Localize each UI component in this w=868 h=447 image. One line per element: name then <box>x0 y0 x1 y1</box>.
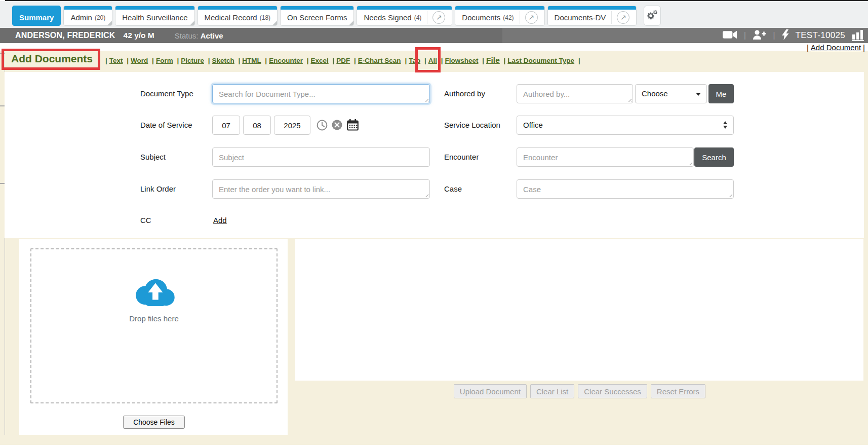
tab-count: (20) <box>95 14 105 21</box>
service-location-label: Service Location <box>444 116 500 135</box>
case-label: Case <box>444 179 462 199</box>
cc-label: CC <box>140 214 151 227</box>
link-sketch[interactable]: Sketch <box>212 57 234 64</box>
left-tick <box>0 183 5 184</box>
tab-count: (18) <box>260 14 270 21</box>
case-input[interactable] <box>517 179 734 199</box>
link-order-input[interactable] <box>212 179 430 199</box>
date-of-service-label: Date of Service <box>140 116 192 135</box>
date-year-input[interactable] <box>274 116 310 135</box>
upload-card: Drop files here Choose Files <box>19 239 288 435</box>
document-type-links: |Text |Word |Form |Picture |Sketch |HTML… <box>103 56 582 65</box>
tab-needs-signed[interactable]: Needs Signed (4) ↗ <box>357 6 452 26</box>
tab-label: Summary <box>19 13 54 22</box>
link-html[interactable]: HTML <box>242 57 261 64</box>
tab-label: On Screen Forms <box>287 13 347 22</box>
clear-list-button[interactable]: Clear List <box>530 384 574 398</box>
separator: | <box>773 30 775 41</box>
date-day-input[interactable] <box>243 116 271 135</box>
choose-select[interactable]: Choose <box>635 84 707 103</box>
up-down-arrows-icon <box>723 121 727 129</box>
tab-label: Documents <box>462 13 500 22</box>
document-type-input[interactable] <box>212 84 430 103</box>
link-last-document-type[interactable]: Last Document Type <box>507 57 574 64</box>
tab-medical-record[interactable]: Medical Record (18) <box>198 6 278 26</box>
tab-documents-dv[interactable]: Documents-DV ↗ <box>547 6 637 26</box>
clock-history-icon[interactable] <box>317 120 328 133</box>
link-picture[interactable]: Picture <box>181 57 204 64</box>
patient-id: TEST-10025 <box>796 30 845 41</box>
ehr-window: Summary Admin (20) Health Surveillance M… <box>0 0 868 447</box>
popout-icon[interactable]: ↗ <box>427 11 445 24</box>
encounter-input[interactable] <box>517 147 694 167</box>
encounter-search-button[interactable]: Search <box>694 147 734 167</box>
calendar-icon[interactable] <box>347 119 359 133</box>
subject-label: Subject <box>140 147 166 167</box>
tab-on-screen-forms[interactable]: On Screen Forms <box>280 6 354 26</box>
link-excel[interactable]: Excel <box>310 57 328 64</box>
drop-zone[interactable]: Drop files here <box>30 248 278 403</box>
link-tab[interactable]: Tab <box>409 57 420 64</box>
tab-count: (4) <box>414 14 422 21</box>
tab-health-surveillance[interactable]: Health Surveillance <box>115 6 194 26</box>
patient-name: ANDERSON, FREDERICK <box>15 31 115 40</box>
link-text[interactable]: Text <box>109 57 123 64</box>
lightning-icon[interactable] <box>782 29 789 42</box>
document-form: Document Type Authored by Choose Me Date… <box>5 72 864 238</box>
upload-actions: Upload Document Clear List Clear Success… <box>454 384 705 398</box>
add-documents-panel: Add Documents |Text |Word |Form |Picture… <box>0 51 868 445</box>
authored-by-label: Authored by <box>444 84 485 103</box>
link-file[interactable]: File <box>486 56 500 64</box>
tab-summary[interactable]: Summary <box>12 6 61 26</box>
link-all[interactable]: All <box>428 57 437 64</box>
link-flowsheet[interactable]: Flowsheet <box>445 57 479 64</box>
cloud-upload-icon <box>31 276 277 310</box>
video-camera-icon[interactable] <box>723 30 737 41</box>
chevron-down-icon <box>696 93 701 96</box>
drop-files-text: Drop files here <box>31 314 277 323</box>
choose-files-button[interactable]: Choose Files <box>123 416 185 429</box>
link-encounter[interactable]: Encounter <box>269 57 303 64</box>
patient-status: Status: Active <box>175 31 223 40</box>
upload-document-button[interactable]: Upload Document <box>454 384 527 398</box>
add-document-link[interactable]: |Add Document| <box>807 43 865 52</box>
authored-by-input[interactable] <box>517 84 633 103</box>
tab-label: Medical Record <box>205 13 257 22</box>
link-form[interactable]: Form <box>156 57 173 64</box>
link-order-label: Link Order <box>140 179 176 199</box>
patient-age-sex: 42 y/o M <box>124 31 154 40</box>
tab-count: (42) <box>503 14 514 21</box>
tab-label: Admin <box>70 13 92 22</box>
left-tick <box>0 53 5 54</box>
tab-label: Needs Signed <box>364 13 411 22</box>
left-tick <box>0 105 5 106</box>
patient-bar: ANDERSON, FREDERICK 42 y/o M Status: Act… <box>0 28 868 43</box>
add-person-icon[interactable] <box>753 30 766 42</box>
encounter-label: Encounter <box>444 147 479 167</box>
cc-add-link[interactable]: Add <box>213 214 227 227</box>
service-location-select[interactable]: Office <box>517 116 734 135</box>
popout-icon[interactable]: ↗ <box>520 11 538 24</box>
tab-admin[interactable]: Admin (20) <box>63 6 112 26</box>
link-e-chart-scan[interactable]: E-Chart Scan <box>358 57 401 64</box>
chart-tab-bar: Summary Admin (20) Health Surveillance M… <box>0 1 868 28</box>
me-button[interactable]: Me <box>708 84 734 103</box>
upload-list-panel <box>295 239 863 381</box>
page-title: Add Documents <box>11 53 93 65</box>
reset-errors-button[interactable]: Reset Errors <box>651 384 705 398</box>
date-month-input[interactable] <box>212 116 240 135</box>
tab-label: Documents-DV <box>555 13 606 22</box>
link-word[interactable]: Word <box>131 57 148 64</box>
popout-icon[interactable]: ↗ <box>611 11 629 24</box>
clear-successes-button[interactable]: Clear Successes <box>578 384 647 398</box>
link-pdf[interactable]: PDF <box>336 57 350 64</box>
tab-documents[interactable]: Documents (42) ↗ <box>455 6 544 26</box>
separator: | <box>744 30 746 41</box>
bar-chart-icon[interactable] <box>852 30 864 41</box>
document-type-label: Document Type <box>140 84 193 103</box>
clear-date-icon[interactable] <box>332 120 342 132</box>
subject-input[interactable] <box>212 147 430 167</box>
tab-label: Health Surveillance <box>122 13 187 22</box>
settings-gears-icon[interactable] <box>644 6 661 26</box>
